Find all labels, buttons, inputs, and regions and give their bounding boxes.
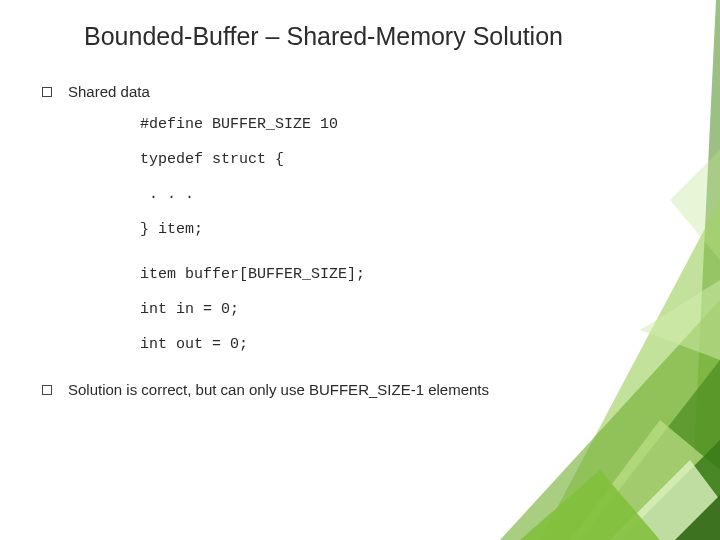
svg-marker-6 [610,460,720,540]
bullet-text: Solution is correct, but can only use BU… [68,381,489,398]
svg-marker-8 [675,495,720,540]
svg-marker-4 [570,420,720,540]
code-line: } item; [140,219,678,240]
svg-marker-0 [690,0,720,540]
bullet-text: Shared data [68,83,150,100]
code-line: int out = 0; [140,334,678,355]
code-line: item buffer[BUFFER_SIZE]; [140,264,678,285]
bullet-item-2: Solution is correct, but can only use BU… [42,381,678,398]
square-bullet-icon [42,87,52,97]
code-line: int in = 0; [140,299,678,320]
slide: Bounded-Buffer – Shared-Memory Solution … [0,0,720,540]
code-line: typedef struct { [140,149,678,170]
svg-marker-7 [520,470,660,540]
svg-marker-5 [620,440,720,540]
code-line: . . . [140,184,678,205]
bullet-item-1: Shared data [42,83,678,100]
code-line: #define BUFFER_SIZE 10 [140,114,678,135]
page-title: Bounded-Buffer – Shared-Memory Solution [84,22,678,51]
square-bullet-icon [42,385,52,395]
code-block: #define BUFFER_SIZE 10 typedef struct { … [140,114,678,355]
